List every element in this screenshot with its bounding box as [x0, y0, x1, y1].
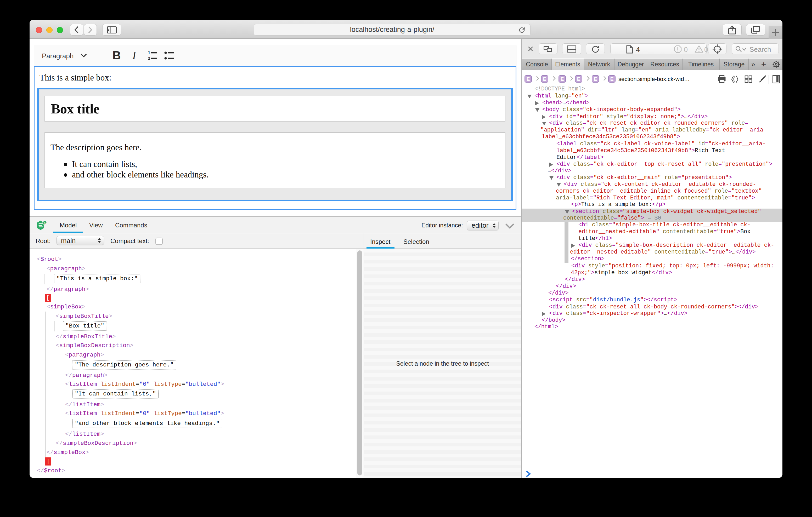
- svg-text:5: 5: [44, 221, 46, 224]
- svg-text:1: 1: [148, 51, 150, 55]
- svg-text:2: 2: [148, 56, 150, 61]
